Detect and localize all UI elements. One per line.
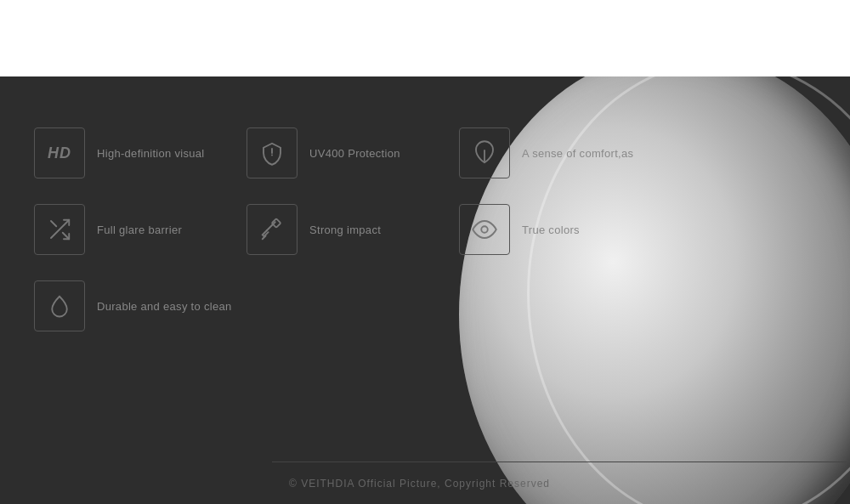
impact-label: Strong impact bbox=[309, 224, 381, 236]
comfort-label: A sense of comfort,as bbox=[522, 147, 633, 160]
hd-icon: HD bbox=[48, 144, 71, 162]
shield-icon bbox=[259, 140, 285, 166]
hammer-icon bbox=[259, 217, 285, 242]
shield-icon-box bbox=[246, 127, 298, 178]
shuffle-icon-box bbox=[34, 204, 85, 255]
glare-label: Full glare barrier bbox=[97, 224, 182, 236]
feature-colors: True colors bbox=[459, 204, 663, 255]
main-dark-section: HD High-definition visual UV400 Protecti… bbox=[0, 76, 850, 504]
leaf-icon-box bbox=[459, 127, 510, 178]
top-white-section bbox=[0, 0, 850, 76]
feature-comfort: A sense of comfort,as bbox=[459, 127, 663, 178]
shuffle-icon bbox=[47, 217, 72, 242]
eye-icon-box bbox=[459, 204, 510, 255]
drop-icon-box bbox=[34, 280, 85, 331]
clean-label: Durable and easy to clean bbox=[97, 300, 232, 313]
features-grid: HD High-definition visual UV400 Protecti… bbox=[34, 127, 663, 331]
eye-icon bbox=[472, 217, 497, 242]
svg-point-1 bbox=[481, 226, 488, 233]
copyright-text: © VEITHDIA Official Picture, Copyright R… bbox=[289, 478, 550, 490]
feature-uv400: UV400 Protection bbox=[246, 127, 450, 178]
copyright-bar: © VEITHDIA Official Picture, Copyright R… bbox=[272, 462, 850, 504]
colors-label: True colors bbox=[522, 224, 580, 236]
feature-impact: Strong impact bbox=[246, 204, 450, 255]
feature-clean: Durable and easy to clean bbox=[34, 280, 238, 331]
hd-icon-box: HD bbox=[34, 127, 85, 178]
hd-visual-label: High-definition visual bbox=[97, 147, 205, 160]
feature-hd-visual: HD High-definition visual bbox=[34, 127, 238, 178]
feature-glare: Full glare barrier bbox=[34, 204, 238, 255]
hammer-icon-box bbox=[246, 204, 298, 255]
uv400-label: UV400 Protection bbox=[309, 147, 400, 160]
drop-icon bbox=[47, 293, 72, 319]
leaf-icon bbox=[472, 140, 497, 166]
